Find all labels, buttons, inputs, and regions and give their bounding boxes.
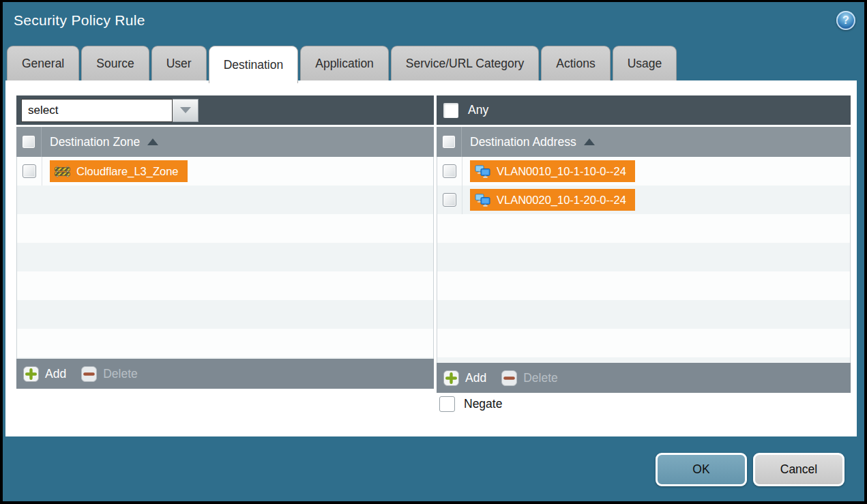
chevron-down-icon [180,107,191,113]
address-select-all-checkbox[interactable] [442,135,456,149]
destination-address-panel: Any Destination Address [437,95,851,393]
any-checkbox[interactable] [443,103,458,118]
zone-table-header: Destination Zone [16,127,434,157]
table-row: Cloudflare_L3_Zone [17,157,433,186]
row-checkbox-cell [17,157,42,186]
cancel-button[interactable]: Cancel [753,453,844,486]
question-mark-glyph: ? [842,14,849,27]
delete-button-label: Delete [103,367,138,381]
tab-bar: General Source User Destination Applicat… [7,46,677,80]
address-object-chip[interactable]: VLAN0010_10-1-10-0--24 [470,160,635,182]
zone-object-label: Cloudflare_L3_Zone [76,165,179,178]
tab-general[interactable]: General [7,46,79,80]
add-icon [443,370,459,386]
delete-zone-button[interactable]: Delete [81,366,138,382]
address-object-label: VLAN0010_10-1-10-0--24 [497,165,626,178]
destination-tab-content: Destination Zone [5,80,857,436]
sort-ascending-icon[interactable] [584,138,595,145]
tab-user[interactable]: User [151,46,207,80]
destination-zone-panel: Destination Zone [16,95,434,389]
security-policy-rule-dialog: { "window": { "title": "Security Policy … [0,0,867,504]
negate-label: Negate [464,397,502,411]
zone-filter-bar [16,95,434,125]
negate-option: Negate [439,396,502,412]
tab-source[interactable]: Source [81,46,149,80]
add-button-label: Add [465,371,486,385]
zone-table-body: Cloudflare_L3_Zone [16,157,434,359]
table-row: VLAN0010_10-1-10-0--24 [437,157,850,186]
address-table-body: VLAN0010_10-1-10-0--24 [437,157,851,363]
address-icon [475,165,490,178]
address-column-header[interactable]: Destination Address [470,135,576,149]
sort-ascending-icon[interactable] [147,138,158,145]
add-address-button[interactable]: Add [443,370,486,386]
help-icon[interactable]: ? [836,11,855,30]
tab-usage[interactable]: Usage [613,46,677,80]
tab-actions[interactable]: Actions [541,46,610,80]
zone-select-all-cell [16,127,42,157]
address-table-header: Destination Address [437,127,851,157]
add-button-label: Add [45,367,66,381]
row-checkbox-cell [437,186,462,214]
add-zone-button[interactable]: Add [23,366,66,382]
dialog-frame: Security Policy Rule ? General Source Us… [3,2,864,501]
address-object-chip[interactable]: VLAN0020_10-1-20-0--24 [470,189,635,211]
zone-select-all-checkbox[interactable] [22,135,35,149]
zone-object-chip[interactable]: Cloudflare_L3_Zone [50,160,188,182]
any-label: Any [468,103,488,117]
address-object-label: VLAN0020_10-1-20-0--24 [497,194,626,207]
address-row-checkbox[interactable] [443,193,456,207]
ok-button[interactable]: OK [656,453,747,486]
delete-icon [81,366,97,382]
zone-row-checkbox[interactable] [23,164,36,178]
any-bar: Any [437,95,851,125]
zone-column-header[interactable]: Destination Zone [50,135,140,149]
add-icon [23,366,39,382]
delete-address-button[interactable]: Delete [501,370,558,386]
address-row-checkbox[interactable] [443,164,456,178]
negate-checkbox[interactable] [439,396,455,412]
tab-destination[interactable]: Destination [209,46,299,83]
dialog-title: Security Policy Rule [14,12,145,29]
address-toolbar: Add Delete [437,363,851,393]
row-checkbox-cell [437,157,462,186]
address-select-all-cell [437,127,462,157]
address-icon [475,194,490,207]
delete-icon [501,370,517,386]
zone-select-dropdown-button[interactable] [173,99,199,122]
delete-button-label: Delete [523,371,558,385]
table-row: VLAN0020_10-1-20-0--24 [437,186,850,214]
tab-application[interactable]: Application [300,46,389,80]
zone-select-combobox [21,99,199,122]
zone-select-input[interactable] [21,99,173,122]
zone-icon [55,166,70,177]
zone-toolbar: Add Delete [16,359,434,389]
tab-service-url-category[interactable]: Service/URL Category [391,46,539,80]
